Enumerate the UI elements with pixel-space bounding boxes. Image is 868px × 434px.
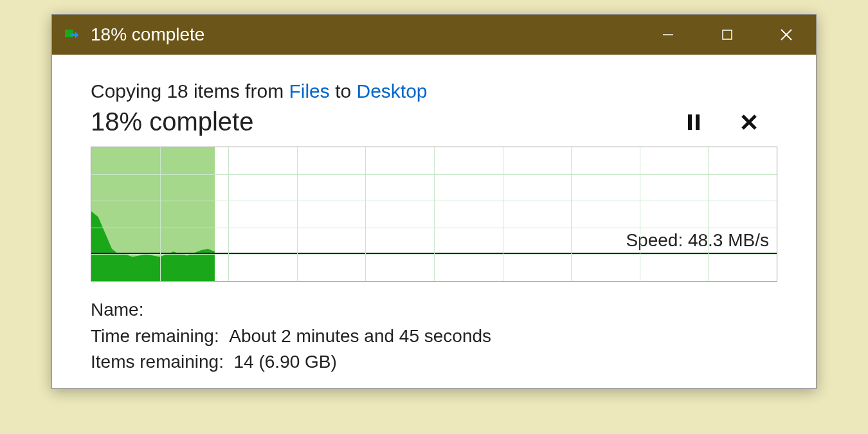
close-window-button[interactable] [757,15,816,55]
grid-line [91,228,777,228]
items-remaining-label: Items remaining: [91,349,234,375]
minimize-button[interactable] [638,15,698,55]
copy-progress-icon [65,28,80,41]
grid-line [503,147,503,281]
grid-line [365,147,366,281]
to-text: to [330,80,357,102]
source-folder-link[interactable]: Files [289,80,329,102]
titlebar[interactable]: 18% complete [52,15,816,55]
window-title: 18% complete [91,24,638,45]
cancel-button[interactable] [737,111,761,134]
grid-line [91,201,777,201]
speed-label: Speed: 48.3 MB/s [626,230,769,251]
grid-line [228,147,229,281]
items-remaining-value: 14 (6.90 GB) [234,349,337,375]
speed-graph-area [91,147,215,281]
progress-percentage-text: 18% complete [91,107,253,136]
time-remaining-value: About 2 minutes and 45 seconds [229,323,491,350]
pause-button[interactable] [682,111,705,134]
grid-line [434,147,435,281]
time-remaining-label: Time remaining: [91,323,229,350]
name-label: Name: [91,297,143,323]
window-controls [638,15,816,55]
transfer-speed-chart[interactable]: Speed: 48.3 MB/s [91,147,777,282]
grid-line [160,147,161,281]
destination-folder-link[interactable]: Desktop [357,80,428,102]
svg-rect-3 [723,30,732,39]
copy-prefix-text: Copying 18 items from [91,80,289,102]
svg-rect-6 [688,114,692,130]
file-copy-dialog: 18% complete Copying 18 items from Files… [51,14,817,389]
action-buttons [682,111,761,134]
dialog-content: Copying 18 items from Files to Desktop 1… [52,55,816,388]
progress-header-row: 18% complete [91,107,777,136]
svg-rect-7 [696,114,700,130]
grid-line [708,147,709,281]
grid-line [640,147,640,281]
details-section: Name: Time remaining: About 2 minutes an… [91,297,777,375]
grid-line [571,147,572,281]
maximize-button[interactable] [698,15,757,55]
copy-summary-line: Copying 18 items from Files to Desktop [91,80,777,102]
grid-line [91,174,777,175]
grid-line [297,147,298,281]
grid-line [91,254,777,255]
